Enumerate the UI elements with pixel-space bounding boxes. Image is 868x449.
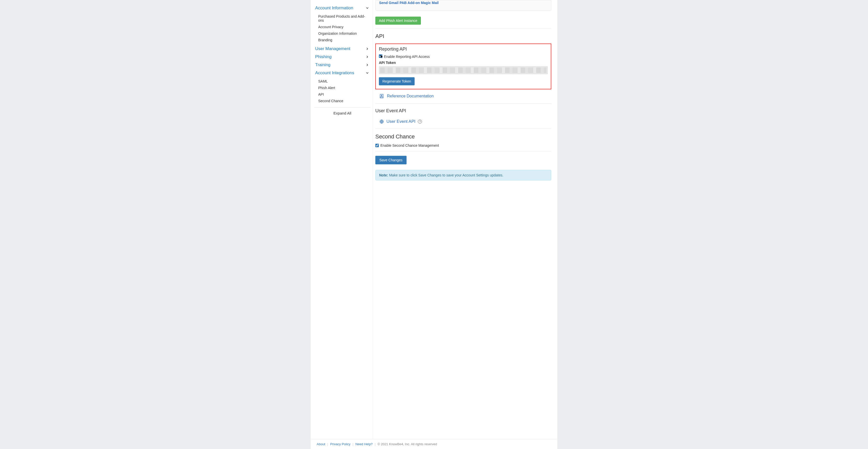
divider xyxy=(375,151,551,151)
footer-about-link[interactable]: About xyxy=(317,442,325,446)
sidebar-section-phishing[interactable]: Phishing xyxy=(314,53,371,61)
second-chance-heading: Second Chance xyxy=(375,133,551,140)
enable-reporting-api-checkbox[interactable] xyxy=(379,54,382,58)
enable-second-chance-label: Enable Second Chance Management xyxy=(380,143,439,148)
enable-second-chance-row[interactable]: Enable Second Chance Management xyxy=(375,143,551,148)
enable-reporting-api-label: Enable Reporting API Access xyxy=(384,55,430,59)
sidebar-section-label: Account Integrations xyxy=(315,70,354,75)
note-box: Note: Make sure to click Save Changes to… xyxy=(375,170,551,181)
chevron-right-icon xyxy=(365,55,370,59)
sidebar-section-account-integrations[interactable]: Account Integrations xyxy=(314,69,371,77)
book-icon xyxy=(379,94,384,98)
sidebar-item-second-chance[interactable]: Second Chance xyxy=(314,98,371,104)
user-event-api-title: User Event API xyxy=(375,108,551,114)
regenerate-token-button[interactable]: Regenerate Token xyxy=(379,77,414,85)
chevron-right-icon xyxy=(365,46,370,51)
sidebar-item-account-privacy[interactable]: Account Privacy xyxy=(314,24,371,30)
reporting-api-title: Reporting API xyxy=(379,46,548,52)
enable-second-chance-checkbox[interactable] xyxy=(375,144,379,147)
api-heading: API xyxy=(375,33,551,39)
cursor-icon xyxy=(379,54,382,59)
reporting-api-box: Reporting API Enable Reporting API Acces… xyxy=(375,43,551,89)
divider xyxy=(375,129,551,129)
sidebar-section-label: Phishing xyxy=(315,54,332,59)
reference-documentation-label: Reference Documentation xyxy=(387,94,434,98)
add-phish-alert-button[interactable]: Add Phish Alert Instance xyxy=(375,17,421,25)
globe-icon xyxy=(379,119,384,124)
separator: | xyxy=(352,442,353,446)
sidebar-section-label: User Management xyxy=(315,46,350,51)
chevron-down-icon xyxy=(365,6,370,10)
sidebar-item-saml[interactable]: SAML xyxy=(314,78,371,85)
sidebar-section-label: Training xyxy=(315,62,331,67)
footer-privacy-link[interactable]: Privacy Policy xyxy=(330,442,350,446)
sidebar-item-api[interactable]: API xyxy=(314,91,371,98)
main-panel: Send Gmail PAB Add-on Magic Mail Add Phi… xyxy=(373,0,557,439)
separator: | xyxy=(375,442,375,446)
footer-copyright: © 2021 KnowBe4, Inc. All rights reserved xyxy=(378,442,437,446)
chevron-down-icon xyxy=(365,71,370,75)
sidebar-item-branding[interactable]: Branding xyxy=(314,37,371,43)
note-prefix: Note: xyxy=(379,173,388,177)
sidebar-item-phish-alert[interactable]: Phish Alert xyxy=(314,85,371,91)
reference-documentation-link[interactable]: Reference Documentation xyxy=(375,92,551,100)
svg-point-0 xyxy=(381,95,382,96)
send-gmail-pab-link[interactable]: Send Gmail PAB Add-on Magic Mail xyxy=(379,0,438,5)
chevron-right-icon xyxy=(365,63,370,67)
magic-mail-box: Send Gmail PAB Add-on Magic Mail xyxy=(375,0,551,10)
sidebar-sublist-account-integrations: SAML Phish Alert API Second Chance xyxy=(314,77,371,106)
save-changes-button[interactable]: Save Changes xyxy=(375,156,407,164)
footer-help-link[interactable]: Need Help? xyxy=(355,442,373,446)
separator: | xyxy=(327,442,328,446)
sidebar-item-organization-information[interactable]: Organization Information xyxy=(314,30,371,37)
sidebar-section-training[interactable]: Training xyxy=(314,61,371,69)
sidebar-item-purchased-products[interactable]: Purchased Products and Add-ons xyxy=(314,13,371,24)
user-event-api-link[interactable]: User Event API xyxy=(386,119,415,124)
api-token-label: API Token xyxy=(379,61,548,65)
enable-reporting-api-row[interactable]: Enable Reporting API Access xyxy=(379,54,548,59)
sidebar: Account Information Purchased Products a… xyxy=(311,0,373,439)
sidebar-section-account-information[interactable]: Account Information xyxy=(314,4,371,12)
help-icon[interactable]: ? xyxy=(418,120,422,124)
api-token-field[interactable] xyxy=(379,66,548,74)
divider xyxy=(375,103,551,104)
sidebar-sublist-account-information: Purchased Products and Add-ons Account P… xyxy=(314,12,371,45)
expand-all-button[interactable]: Expand All xyxy=(314,110,371,116)
footer: About | Privacy Policy | Need Help? | © … xyxy=(311,439,557,449)
sidebar-divider xyxy=(314,107,371,107)
sidebar-section-user-management[interactable]: User Management xyxy=(314,45,371,53)
note-body: Make sure to click Save Changes to save … xyxy=(388,173,503,177)
sidebar-section-label: Account Information xyxy=(315,5,353,10)
